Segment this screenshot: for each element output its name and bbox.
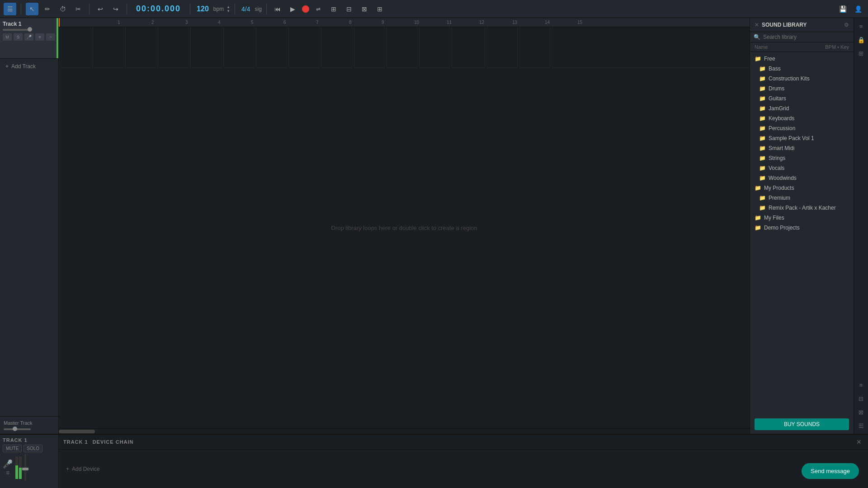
track-btn1[interactable]: ⊞ [327, 3, 340, 15]
sep-6 [266, 4, 267, 14]
track-mute-btn[interactable]: M [3, 33, 12, 41]
far-right-btn-4[interactable]: ≡ [856, 380, 867, 390]
cut-tool[interactable]: ✂ [72, 3, 85, 15]
menu-button[interactable]: ☰ [4, 3, 16, 15]
mute-btn[interactable]: MUTE [3, 445, 22, 452]
library-filter-icon[interactable]: ⚙ [844, 22, 849, 28]
bottom-track1-label: TRACK 1 [3, 437, 56, 443]
item-label-woodwinds: Woodwinds [769, 175, 797, 181]
track-btn4[interactable]: ⊞ [373, 3, 386, 15]
h-scroll-thumb[interactable] [59, 430, 95, 433]
level-left-fill [15, 465, 18, 479]
item-label-my-files: My Files [764, 215, 784, 221]
close-device-chain-btn[interactable]: ✕ [854, 437, 863, 446]
far-right-btn-2[interactable]: 🔒 [856, 34, 867, 45]
h-scroll[interactable] [59, 428, 750, 434]
track-record-btn[interactable]: 🎤 [24, 33, 33, 41]
library-item-construction-kits[interactable]: 📁 Construction Kits [750, 74, 854, 84]
save-btn[interactable]: 💾 [836, 3, 849, 15]
sep-3 [127, 4, 127, 14]
redo-btn[interactable]: ↪ [109, 3, 122, 15]
track-1-controls: M S 🎤 ≡ ~ [3, 33, 56, 41]
far-right-btn-3[interactable]: ⊞ [856, 48, 867, 59]
library-item-sample-pack[interactable]: 📁 Sample Pack Vol 1 [750, 133, 854, 143]
track-btn3[interactable]: ⊠ [358, 3, 371, 15]
library-item-smart-midi[interactable]: 📁 Smart Midi [750, 143, 854, 153]
library-item-drums[interactable]: 📁 Drums [750, 84, 854, 94]
item-label-remix-pack: Remix Pack - Artik x Kacher [769, 205, 836, 211]
library-item-bass[interactable]: 📁 Bass [750, 64, 854, 74]
ruler-mark-6: 6 [283, 20, 286, 25]
search-input[interactable] [763, 34, 850, 40]
mixer-controls: 🎤 ≡ [3, 454, 56, 481]
col-bpm-key: BPM • Key [825, 44, 849, 50]
arrange-grid[interactable]: Drop library loops here or double click … [59, 27, 750, 428]
item-label-guitars: Guitars [769, 95, 786, 102]
library-item-demo-projects[interactable]: 📁 Demo Projects [750, 223, 854, 233]
user-btn[interactable]: 👤 [852, 3, 864, 15]
track-1-grid-row[interactable] [59, 27, 750, 68]
close-library-icon[interactable]: ✕ [755, 22, 759, 28]
library-item-percussion[interactable]: 📁 Percussion [750, 123, 854, 133]
grid-line [354, 27, 354, 67]
library-header: ✕ SOUND LIBRARY ⚙ [750, 18, 854, 32]
record-btn[interactable] [302, 5, 309, 13]
drop-hint: Drop library loops here or double click … [331, 225, 477, 231]
skip-back-btn[interactable]: ⏮ [271, 3, 284, 15]
far-right-btn-1[interactable]: ≡ [856, 21, 867, 32]
buy-sounds-btn[interactable]: BUY SOUNDS [755, 418, 849, 430]
library-item-keyboards[interactable]: 📁 Keyboards [750, 113, 854, 123]
track-1-volume [3, 29, 56, 31]
far-right-btn-6[interactable]: ⊠ [856, 407, 867, 418]
library-item-vocals[interactable]: 📁 Vocals [750, 163, 854, 173]
item-label-jamgrid: JamGrid [769, 105, 789, 112]
send-message-btn[interactable]: Send message [802, 463, 859, 479]
track-mixer-btn[interactable]: ≡ [35, 33, 44, 41]
grid-line [452, 27, 452, 67]
bpm-arrows[interactable]: ▲▼ [226, 5, 230, 13]
volume-slider[interactable] [3, 29, 30, 31]
bottom-section: TRACK 1 MUTE SOLO 🎤 ≡ [0, 434, 868, 488]
track-solo-btn[interactable]: S [14, 33, 23, 41]
library-item-my-files[interactable]: 📁 My Files [750, 213, 854, 223]
clock-tool[interactable]: ⏱ [57, 3, 69, 15]
library-item-woodwinds[interactable]: 📁 Woodwinds [750, 173, 854, 183]
grid-line [125, 27, 126, 67]
item-label-sample-pack: Sample Pack Vol 1 [769, 135, 814, 141]
undo-btn[interactable]: ↩ [94, 3, 107, 15]
library-item-remix-pack[interactable]: 📁 Remix Pack - Artik x Kacher [750, 203, 854, 213]
solo-btn[interactable]: SOLO [24, 445, 42, 452]
mic-icon: 🎤 [3, 459, 13, 469]
library-item-my-products[interactable]: 📁 My Products [750, 183, 854, 193]
grid-line [517, 27, 518, 67]
folder-icon: 📁 [759, 115, 766, 122]
select-tool[interactable]: ↖ [26, 3, 38, 15]
library-item-guitars[interactable]: 📁 Guitars [750, 94, 854, 103]
pencil-tool[interactable]: ✏ [41, 3, 54, 15]
ruler-mark-7: 7 [316, 20, 319, 25]
folder-icon: 📁 [755, 225, 761, 231]
bpm-display: 120 [195, 5, 211, 13]
track-auto-btn[interactable]: ~ [46, 33, 55, 41]
grid-line [288, 27, 289, 67]
channel-fader[interactable] [24, 454, 26, 481]
track-btn2[interactable]: ⊟ [343, 3, 355, 15]
add-device-icon: + [66, 466, 69, 472]
library-item-jamgrid[interactable]: 📁 JamGrid [750, 103, 854, 113]
grid-line [223, 27, 224, 67]
play-btn[interactable]: ▶ [287, 3, 299, 15]
library-item-free[interactable]: 📁 Free [750, 54, 854, 64]
far-right-btn-5[interactable]: ⊟ [856, 393, 867, 404]
ruler-mark-8: 8 [349, 20, 352, 25]
ruler-mark-15: 15 [577, 20, 582, 25]
add-track-btn[interactable]: + Add Track [0, 59, 58, 74]
fader-thumb[interactable] [22, 468, 28, 470]
library-item-strings[interactable]: 📁 Strings [750, 153, 854, 163]
far-right-btn-7[interactable]: ☰ [856, 420, 867, 431]
folder-icon: 📁 [755, 215, 761, 221]
sep-5 [235, 4, 235, 14]
loop-btn[interactable]: ⇌ [312, 3, 325, 15]
library-item-premium[interactable]: 📁 Premium [750, 193, 854, 203]
add-device-btn[interactable]: + Add Device [66, 466, 99, 472]
master-volume-slider[interactable] [4, 428, 31, 430]
